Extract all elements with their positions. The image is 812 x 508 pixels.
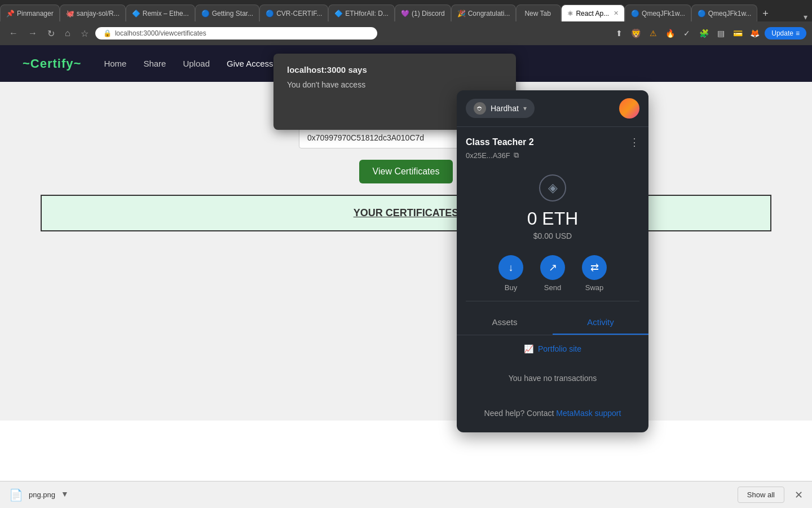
browser-tab-getting-started[interactable]: 🔵Getting Star... <box>195 5 259 21</box>
mm-more-button[interactable]: ⋮ <box>629 136 639 148</box>
metamask-ext-icon[interactable]: 🦊 <box>748 27 761 40</box>
lock-icon: 🔒 <box>103 29 112 37</box>
toolbar-actions: ⬆ 🦁 ⚠ 🔥 ✓ 🧩 ▤ 💳 🦊 Update ≡ <box>612 27 806 40</box>
mm-copy-icon[interactable]: ⧉ <box>514 151 519 160</box>
reload-btn[interactable]: ↻ <box>44 26 58 41</box>
mm-tab-content: 📈 Portfolio site You have no transaction… <box>457 335 648 432</box>
back-btn[interactable]: ← <box>6 26 21 41</box>
mm-action-buy[interactable]: ↓ Buy <box>498 255 523 292</box>
mm-account-title: Class Teacher 2 ⋮ <box>466 136 639 148</box>
url-text: localhost:3000/viewcertificates <box>115 29 206 37</box>
metamask-panel: ⛑ Hardhat ▾ Class Teacher 2 ⋮ 0x25E...A3… <box>457 90 648 432</box>
browser-tab-react-app[interactable]: ⚛React Ap...✕ <box>561 5 625 21</box>
home-btn[interactable]: ⌂ <box>61 26 74 41</box>
mm-address: 0x25E...A36F ⧉ <box>466 151 639 160</box>
expand-icon[interactable]: ▲ <box>61 491 69 500</box>
mm-account-name: Hardhat <box>491 104 519 113</box>
dialog-message: You don't have access <box>287 80 502 89</box>
mm-send-label: Send <box>544 283 561 292</box>
share-icon[interactable]: ⬆ <box>612 27 626 40</box>
tab-bar: 📌Pinmanager🐙sanjay-sol/R...🔷Remix – Ethe… <box>0 0 812 21</box>
download-bar: 📄 png.png ▲ Show all ✕ <box>0 481 812 508</box>
close-download-icon[interactable]: ✕ <box>795 489 803 501</box>
mm-eth-container: ◈ 0 ETH $0.00 USD <box>466 169 639 246</box>
mm-account-icon: ⛑ <box>474 102 486 115</box>
mm-action-swap[interactable]: ⇄ Swap <box>582 255 607 292</box>
file-icon: 📄 <box>9 488 23 502</box>
forward-btn[interactable]: → <box>25 26 41 41</box>
address-bar[interactable]: 🔒 localhost:3000/viewcertificates <box>95 27 377 40</box>
browser-tab-cvr-certif[interactable]: 🔵CVR-CERTIF... <box>259 5 328 21</box>
menu-icon: ≡ <box>796 29 800 37</box>
mm-account-selector[interactable]: ⛑ Hardhat ▾ <box>466 99 535 118</box>
dialog-overlay: localhost:3000 says You don't have acces… <box>0 45 812 421</box>
mm-portfolio-label: Portfolio site <box>538 344 581 353</box>
mm-eth-icon: ◈ <box>539 174 566 202</box>
check-icon[interactable]: ✓ <box>680 27 694 40</box>
browser-tab-qmeqjfk2[interactable]: 🔵QmeqJFk1w... <box>691 5 758 21</box>
mm-eth-symbol: ◈ <box>548 181 558 195</box>
mm-chart-icon: 📈 <box>524 344 533 353</box>
mm-body: Class Teacher 2 ⋮ 0x25E...A36F ⧉ ◈ 0 ETH… <box>457 127 648 310</box>
mm-send-icon: ↗ <box>540 255 565 280</box>
mm-portfolio-link[interactable]: 📈 Portfolio site <box>466 344 639 353</box>
mm-help: Need help? Contact MetaMask support <box>466 403 639 423</box>
mm-address-text: 0x25E...A36F <box>466 151 510 160</box>
mm-swap-icon: ⇄ <box>582 255 607 280</box>
mm-header: ⛑ Hardhat ▾ <box>457 90 648 127</box>
show-all-label: Show all <box>747 491 775 499</box>
app-container: ~Certify~ Home Share Upload Give Access … <box>0 45 812 421</box>
mm-buy-icon: ↓ <box>498 255 523 280</box>
mm-account-label: Class Teacher 2 <box>466 137 534 147</box>
toolbar: ← → ↻ ⌂ ☆ 🔒 localhost:3000/viewcertifica… <box>0 21 812 45</box>
mm-chevron-icon: ▾ <box>523 104 527 112</box>
update-label: Update <box>771 29 793 37</box>
browser-tab-pinmanager[interactable]: 📌Pinmanager <box>0 5 60 21</box>
browser-tab-new-tab[interactable]: New Tab <box>516 5 561 21</box>
browser-tab-congratulations[interactable]: 🎉Congratulati... <box>451 5 517 21</box>
tab-close-icon[interactable]: ✕ <box>614 10 619 17</box>
mm-usd-amount: $0.00 USD <box>533 231 572 240</box>
browser-tab-ethforall[interactable]: 🔷ETHforAll: D... <box>328 5 395 21</box>
mm-assets-label: Assets <box>492 317 517 327</box>
mm-action-send[interactable]: ↗ Send <box>540 255 565 292</box>
brave-shield-icon[interactable]: 🦁 <box>629 27 643 40</box>
mm-help-text: Need help? Contact <box>484 409 557 418</box>
browser-tab-qmeqjfk1[interactable]: 🔵QmeqJFk1w... <box>625 5 691 21</box>
wallet2-icon[interactable]: 💳 <box>731 27 744 40</box>
bookmark-btn[interactable]: ☆ <box>77 26 92 41</box>
tab-list-btn[interactable]: ▾ <box>804 12 812 21</box>
browser-chrome: 📌Pinmanager🐙sanjay-sol/R...🔷Remix – Ethe… <box>0 0 812 45</box>
mm-avatar[interactable] <box>619 98 639 119</box>
tab-new-btn[interactable]: + <box>757 6 773 21</box>
mm-tab-assets[interactable]: Assets <box>457 310 553 335</box>
show-all-button[interactable]: Show all <box>738 487 784 503</box>
mm-tabs: Assets Activity <box>457 310 648 335</box>
sidebar-icon[interactable]: ▤ <box>714 27 727 40</box>
mm-eth-amount: 0 ETH <box>527 208 579 229</box>
update-button[interactable]: Update ≡ <box>765 27 806 40</box>
brave-rewards-icon[interactable]: ⚠ <box>646 27 660 40</box>
brave-wallet-icon[interactable]: 🔥 <box>663 27 677 40</box>
mm-tab-activity[interactable]: Activity <box>553 310 648 335</box>
dialog-title: localhost:3000 says <box>287 65 502 75</box>
mm-no-transactions: You have no transactions <box>466 362 639 394</box>
mm-buy-label: Buy <box>505 283 517 292</box>
mm-swap-label: Swap <box>585 283 604 292</box>
mm-help-link[interactable]: MetaMask support <box>556 409 621 418</box>
browser-tab-discord[interactable]: 💜(1) Discord <box>395 5 451 21</box>
mm-actions: ↓ Buy ↗ Send ⇄ Swap <box>466 246 639 301</box>
browser-tab-remix[interactable]: 🔷Remix – Ethe... <box>126 5 195 21</box>
mm-activity-label: Activity <box>587 317 614 327</box>
download-filename: png.png <box>29 491 55 499</box>
browser-tab-github[interactable]: 🐙sanjay-sol/R... <box>60 5 126 21</box>
puzzle-icon[interactable]: 🧩 <box>697 27 710 40</box>
